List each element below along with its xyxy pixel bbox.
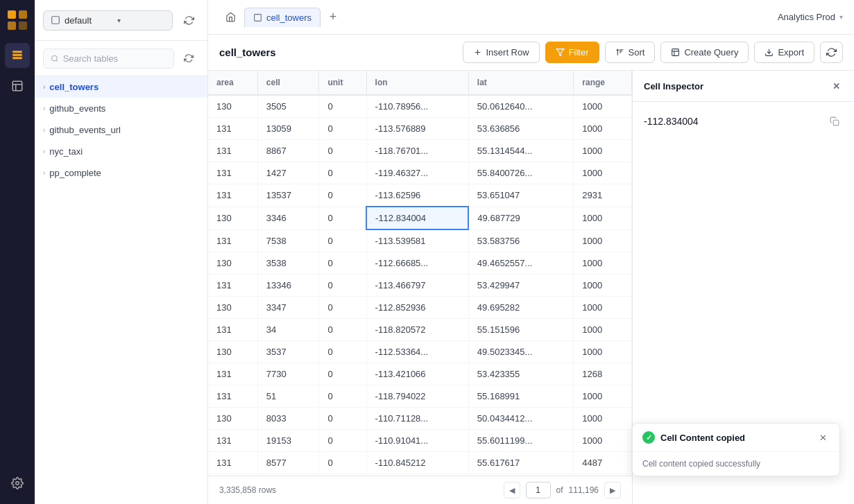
table-cell[interactable]: 1000 [574,319,632,341]
create-query-button[interactable]: Create Query [660,42,749,63]
table-cell[interactable]: 51 [257,385,319,408]
nav-icon-settings[interactable] [5,471,30,496]
table-cell[interactable]: 0 [319,408,366,430]
table-cell[interactable]: -113.421066 [366,363,468,385]
table-cell[interactable]: -113.576889 [366,118,468,140]
table-cell[interactable]: 55.617617 [468,452,574,474]
table-cell[interactable]: 130 [208,95,257,118]
table-cell[interactable]: 131 [208,229,257,252]
page-input[interactable] [526,482,551,498]
table-row[interactable]: 13175380-113.53958153.5837561000 [208,229,632,252]
table-cell[interactable]: 0 [319,118,366,140]
table-cell[interactable]: 0 [319,252,366,275]
table-cell[interactable]: 0 [319,162,366,184]
table-cell[interactable]: -112.53364... [366,341,468,363]
table-cell[interactable]: 1000 [574,140,632,162]
table-cell[interactable]: 53.423355 [468,363,574,385]
table-cell[interactable]: 131 [208,184,257,207]
table-cell[interactable]: -119.46327... [366,162,468,184]
table-cell[interactable]: 49.687729 [468,207,574,229]
table-cell[interactable]: 50.0612640... [468,95,574,118]
table-cell[interactable]: 131 [208,385,257,408]
table-row[interactable]: 13033460-112.83400449.6877291000 [208,207,632,229]
table-cell[interactable]: -112.834004 [366,207,468,229]
table-cell[interactable]: 131 [208,430,257,452]
column-header[interactable]: area [208,71,257,95]
table-cell[interactable]: 4487 [574,452,632,474]
column-header[interactable]: range [574,71,632,95]
table-cell[interactable]: 3346 [257,207,319,229]
table-cell[interactable]: -112.66685... [366,252,468,275]
table-cell[interactable]: 3538 [257,252,319,275]
table-cell[interactable]: 1000 [574,408,632,430]
table-cell[interactable]: 1000 [574,95,632,118]
add-tab-button[interactable]: + [323,8,343,27]
sidebar-table-item[interactable]: › nyc_taxi [35,141,207,162]
table-cell[interactable]: 55.8400726... [468,162,574,184]
table-row[interactable]: 131510-118.79402255.1689911000 [208,385,632,408]
table-cell[interactable]: 0 [319,319,366,341]
table-row[interactable]: 13185770-110.84521255.6176174487 [208,452,632,474]
table-cell[interactable]: 55.6011199... [468,430,574,452]
column-header[interactable]: unit [319,71,366,95]
table-cell[interactable]: 0 [319,430,366,452]
table-cell[interactable]: 2931 [574,184,632,207]
table-row[interactable]: 131340-118.82057255.1515961000 [208,319,632,341]
table-cell[interactable]: 19153 [257,430,319,452]
sidebar-table-item[interactable]: › github_events [35,98,207,119]
nav-icon-query[interactable] [5,73,30,98]
table-cell[interactable]: 53.651047 [468,184,574,207]
table-cell[interactable]: 49.695282 [468,297,574,319]
table-cell[interactable]: -110.71128... [366,408,468,430]
table-row[interactable]: 13188670-118.76701...55.1314544...1000 [208,140,632,162]
table-row[interactable]: 131135370-113.6259653.6510472931 [208,184,632,207]
database-selector[interactable]: default ▾ [43,10,173,31]
table-cell[interactable]: 8033 [257,408,319,430]
table-cell[interactable]: 55.1314544... [468,140,574,162]
column-header[interactable]: lon [366,71,468,95]
table-cell[interactable]: 0 [319,297,366,319]
sort-button[interactable]: Sort [605,42,656,63]
table-cell[interactable]: 3347 [257,297,319,319]
table-cell[interactable]: 130 [208,252,257,275]
export-button[interactable]: Export [754,42,814,63]
table-cell[interactable]: 53.636856 [468,118,574,140]
table-cell[interactable]: -113.466797 [366,275,468,297]
table-cell[interactable]: 1000 [574,385,632,408]
refresh-table-button[interactable] [820,42,843,63]
table-cell[interactable]: 49.4652557... [468,252,574,275]
table-cell[interactable]: 130 [208,408,257,430]
table-cell[interactable]: 1000 [574,341,632,363]
table-cell[interactable]: 131 [208,162,257,184]
table-row[interactable]: 13177300-113.42106653.4233551268 [208,363,632,385]
table-cell[interactable]: 0 [319,184,366,207]
table-cell[interactable]: 131 [208,452,257,474]
sidebar-table-item[interactable]: › github_events_url [35,119,207,141]
column-header[interactable]: cell [257,71,319,95]
table-cell[interactable]: 13346 [257,275,319,297]
table-cell[interactable]: 1000 [574,162,632,184]
table-cell[interactable]: 0 [319,140,366,162]
table-cell[interactable]: -118.76701... [366,140,468,162]
table-cell[interactable]: 55.151596 [468,319,574,341]
table-cell[interactable]: 1000 [574,207,632,229]
search-input[interactable] [63,53,166,64]
column-header[interactable]: lat [468,71,574,95]
table-cell[interactable]: 1000 [574,229,632,252]
table-cell[interactable]: 34 [257,319,319,341]
table-cell[interactable]: 131 [208,118,257,140]
table-cell[interactable]: -110.78956... [366,95,468,118]
table-cell[interactable]: 0 [319,385,366,408]
table-cell[interactable]: -112.852936 [366,297,468,319]
inspector-copy-button[interactable] [826,113,843,130]
sidebar-refresh-button[interactable] [178,48,199,69]
table-cell[interactable]: 131 [208,363,257,385]
table-row[interactable]: 131133460-113.46679753.4299471000 [208,275,632,297]
table-cell[interactable]: 1000 [574,118,632,140]
table-row[interactable]: 13035370-112.53364...49.5023345...1000 [208,341,632,363]
table-cell[interactable]: 0 [319,452,366,474]
table-row[interactable]: 13114270-119.46327...55.8400726...1000 [208,162,632,184]
table-cell[interactable]: 7730 [257,363,319,385]
table-cell[interactable]: 0 [319,95,366,118]
filter-button[interactable]: Filter [545,42,599,63]
